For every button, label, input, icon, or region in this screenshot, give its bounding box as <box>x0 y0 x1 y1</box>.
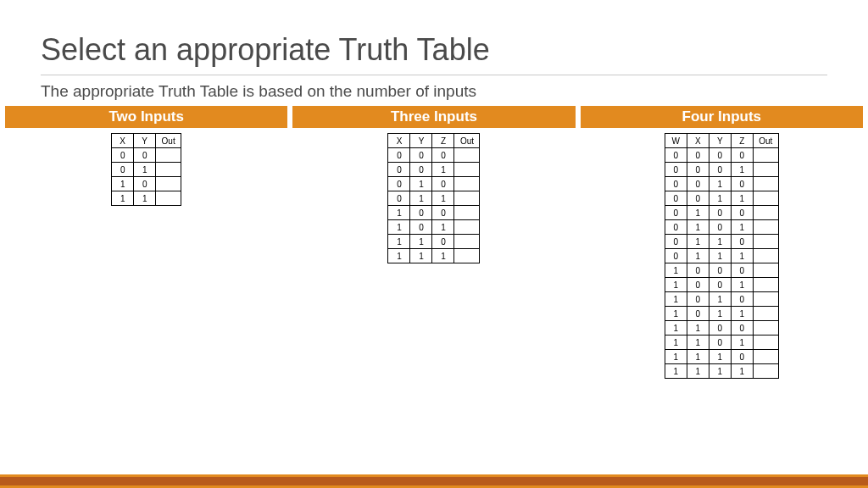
table-cell: 0 <box>665 148 687 163</box>
table-cell: 1 <box>112 191 134 206</box>
table-header-cell: Y <box>410 134 432 148</box>
table-cell <box>753 350 778 364</box>
table-row: 000 <box>388 148 480 163</box>
table-header-cell: Y <box>134 134 156 148</box>
table-cell: 0 <box>665 235 687 249</box>
truth-table-four: WXYZOut000000010010001101000101011001111… <box>665 133 779 379</box>
table-row: 0100 <box>665 206 778 220</box>
table-cell: 0 <box>709 321 731 336</box>
table-row: 0010 <box>665 177 778 191</box>
table-cell <box>753 263 778 278</box>
table-row: 1110 <box>665 350 778 364</box>
table-cell: 1 <box>432 163 454 177</box>
table-row: 11 <box>112 191 181 206</box>
table-cell: 1 <box>410 235 432 249</box>
table-cell: 1 <box>687 220 709 235</box>
truth-table-three: XYZOut000001010011100101110111 <box>387 133 480 263</box>
table-cell: 0 <box>709 148 731 163</box>
table-cell <box>753 220 778 235</box>
table-cell: 1 <box>112 177 134 191</box>
table-cell <box>753 235 778 249</box>
table-cell <box>753 307 778 321</box>
table-cell: 1 <box>687 321 709 336</box>
table-cell: 0 <box>731 292 753 307</box>
table-row: 10 <box>112 177 181 191</box>
table-cell: 1 <box>432 220 454 235</box>
table-header-cell: X <box>687 134 709 148</box>
columns: Two Inputs XYOut00011011 Three Inputs XY… <box>0 106 868 379</box>
column-header-two: Two Inputs <box>5 106 287 128</box>
table-cell: 1 <box>665 263 687 278</box>
table-header-cell: X <box>388 134 410 148</box>
table-header-cell: W <box>665 134 687 148</box>
table-row: 01 <box>112 163 181 177</box>
table-row: 0110 <box>665 235 778 249</box>
table-row: 100 <box>388 206 480 220</box>
table-cell <box>753 321 778 336</box>
table-cell <box>753 177 778 191</box>
table-cell: 0 <box>687 307 709 321</box>
table-cell: 0 <box>134 148 156 163</box>
table-cell <box>753 292 778 307</box>
table-row: 111 <box>388 249 480 263</box>
table-cell: 1 <box>687 235 709 249</box>
table-cell: 1 <box>731 336 753 350</box>
table-cell <box>156 148 181 163</box>
column-header-three: Three Inputs <box>292 106 575 128</box>
table-row: 1001 <box>665 278 778 292</box>
table-cell: 1 <box>388 206 410 220</box>
table-cell <box>156 191 181 206</box>
table-cell: 0 <box>687 177 709 191</box>
table-cell: 0 <box>665 177 687 191</box>
table-cell: 0 <box>687 148 709 163</box>
table-cell <box>454 191 480 206</box>
table-cell: 0 <box>112 148 134 163</box>
table-cell <box>454 148 480 163</box>
table-cell: 1 <box>432 191 454 206</box>
table-header-cell: Out <box>454 134 480 148</box>
table-cell <box>454 177 480 191</box>
table-cell: 0 <box>665 249 687 263</box>
column-header-four: Four Inputs <box>581 106 863 128</box>
table-cell: 1 <box>709 177 731 191</box>
truth-table-two: XYOut00011011 <box>111 133 181 206</box>
table-row: 1101 <box>665 336 778 350</box>
table-row: 1010 <box>665 292 778 307</box>
table-cell: 0 <box>665 191 687 206</box>
table-cell: 0 <box>410 148 432 163</box>
table-cell: 0 <box>687 263 709 278</box>
table-cell: 0 <box>731 177 753 191</box>
table-cell <box>454 249 480 263</box>
table-cell: 1 <box>665 292 687 307</box>
table-cell: 0 <box>134 177 156 191</box>
title-divider <box>41 75 827 75</box>
slide: Select an appropriate Truth Table The ap… <box>0 0 868 488</box>
table-cell: 1 <box>410 177 432 191</box>
column-three-inputs: Three Inputs XYZOut000001010011100101110… <box>292 106 575 379</box>
table-cell: 1 <box>709 307 731 321</box>
table-cell <box>753 364 778 379</box>
table-cell: 1 <box>731 307 753 321</box>
table-row: 011 <box>388 191 480 206</box>
table-cell: 1 <box>731 191 753 206</box>
table-row: 101 <box>388 220 480 235</box>
table-cell <box>753 206 778 220</box>
table-cell <box>753 278 778 292</box>
table-cell: 0 <box>665 163 687 177</box>
table-cell: 0 <box>112 163 134 177</box>
table-cell <box>753 249 778 263</box>
table-cell: 1 <box>731 249 753 263</box>
table-cell: 1 <box>665 321 687 336</box>
table-cell: 0 <box>709 336 731 350</box>
table-cell: 1 <box>731 163 753 177</box>
table-cell: 0 <box>709 263 731 278</box>
table-cell: 0 <box>709 278 731 292</box>
table-cell: 1 <box>709 235 731 249</box>
table-cell: 1 <box>731 364 753 379</box>
table-cell: 0 <box>709 220 731 235</box>
table-cell: 0 <box>410 220 432 235</box>
table-cell: 0 <box>432 235 454 249</box>
table-cell: 1 <box>410 249 432 263</box>
table-cell: 1 <box>709 249 731 263</box>
column-two-inputs: Two Inputs XYOut00011011 <box>5 106 287 379</box>
